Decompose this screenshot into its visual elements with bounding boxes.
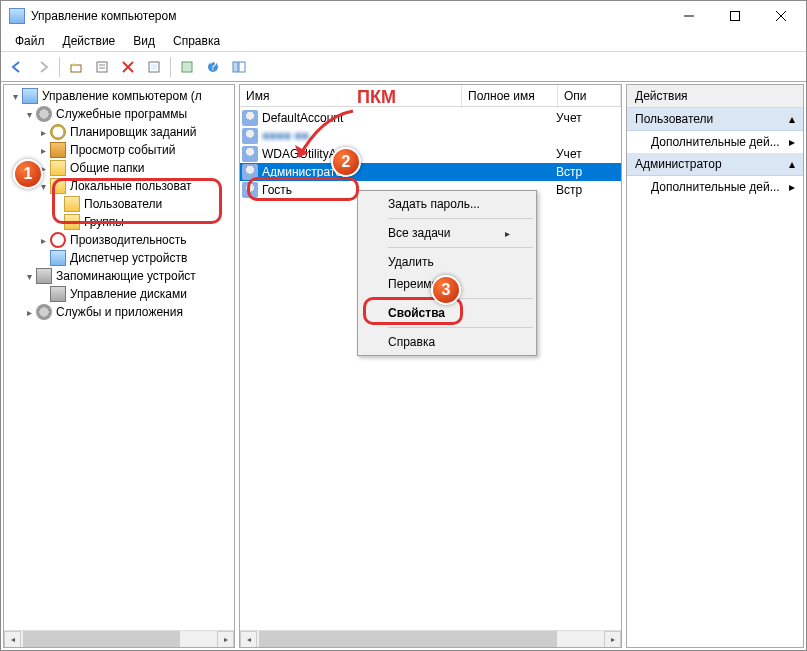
tree-label: Группы xyxy=(84,215,124,229)
tree-label: Производительность xyxy=(70,233,186,247)
folder-icon xyxy=(64,196,80,212)
collapse-icon[interactable]: ▾ xyxy=(22,271,36,282)
tree-services[interactable]: ▾Служебные программы xyxy=(4,105,234,123)
user-desc: Встр xyxy=(556,165,621,179)
title-bar: Управление компьютером xyxy=(1,1,806,31)
close-button[interactable] xyxy=(758,1,804,31)
user-icon xyxy=(242,110,258,126)
tree-root[interactable]: ▾Управление компьютером (л xyxy=(4,87,234,105)
annotation-rmb-label: ПКМ xyxy=(357,87,396,108)
menu-view[interactable]: Вид xyxy=(125,32,163,50)
chevron-right-icon: ▸ xyxy=(505,228,510,239)
window-title: Управление компьютером xyxy=(31,9,666,23)
ctx-help[interactable]: Справка xyxy=(360,331,534,353)
up-button[interactable] xyxy=(64,55,88,79)
tree-devmgr[interactable]: Диспетчер устройств xyxy=(4,249,234,267)
tree-eventviewer[interactable]: ▸Просмотр событий xyxy=(4,141,234,159)
minimize-button[interactable] xyxy=(666,1,712,31)
col-fullname[interactable]: Полное имя xyxy=(462,85,558,106)
collapse-icon[interactable]: ▾ xyxy=(8,91,22,102)
tree-performance[interactable]: ▸Производительность xyxy=(4,231,234,249)
actions-header: Действия xyxy=(627,85,803,108)
menu-action[interactable]: Действие xyxy=(55,32,124,50)
ctx-set-password[interactable]: Задать пароль... xyxy=(360,193,534,215)
ctx-delete[interactable]: Удалить xyxy=(360,251,534,273)
scroll-left-icon[interactable]: ◂ xyxy=(240,631,257,648)
device-icon xyxy=(50,250,66,266)
users-folder-icon xyxy=(50,178,66,194)
tree-label: Службы и приложения xyxy=(56,305,183,319)
eventlog-icon xyxy=(50,142,66,158)
tree-label: Локальные пользоват xyxy=(70,179,192,193)
export-button[interactable] xyxy=(142,55,166,79)
expand-icon[interactable]: ▸ xyxy=(36,235,50,246)
tree-groups[interactable]: Группы xyxy=(4,213,234,231)
svg-rect-11 xyxy=(151,64,157,70)
user-desc: Встр xyxy=(556,183,621,197)
tree-diskmgmt[interactable]: Управление дисками xyxy=(4,285,234,303)
tree-label: Планировщик заданий xyxy=(70,125,196,139)
user-desc: Учет xyxy=(556,111,621,125)
ctx-all-tasks[interactable]: Все задачи▸ xyxy=(360,222,534,244)
computer-icon xyxy=(22,88,38,104)
svg-rect-1 xyxy=(731,12,740,21)
delete-button[interactable] xyxy=(116,55,140,79)
expand-icon[interactable]: ▸ xyxy=(36,145,50,156)
app-icon xyxy=(9,8,25,24)
maximize-button[interactable] xyxy=(712,1,758,31)
back-button[interactable] xyxy=(5,55,29,79)
tools-icon xyxy=(36,106,52,122)
callout-3: 3 xyxy=(431,275,461,305)
svg-text:?: ? xyxy=(210,60,217,73)
tree-label: Запоминающие устройст xyxy=(56,269,196,283)
forward-button[interactable] xyxy=(31,55,55,79)
properties-button[interactable] xyxy=(90,55,114,79)
user-icon xyxy=(242,146,258,162)
scroll-right-icon[interactable]: ▸ xyxy=(604,631,621,648)
list-hscroll[interactable]: ◂ ▸ xyxy=(240,630,621,647)
tree-hscroll[interactable]: ◂ ▸ xyxy=(4,630,234,647)
collapse-icon[interactable]: ▾ xyxy=(22,109,36,120)
disk-icon xyxy=(50,286,66,302)
scroll-left-icon[interactable]: ◂ xyxy=(4,631,21,648)
tree-label: Служебные программы xyxy=(56,107,187,121)
toolbar: ? xyxy=(1,52,806,82)
actions-more-admin[interactable]: Дополнительные дей...▸ xyxy=(627,176,803,198)
scroll-right-icon[interactable]: ▸ xyxy=(217,631,234,648)
main-area: ▾Управление компьютером (л ▾Служебные пр… xyxy=(1,82,806,650)
expand-icon[interactable]: ▸ xyxy=(22,307,36,318)
col-name[interactable]: Имя xyxy=(240,85,462,106)
context-menu: Задать пароль... Все задачи▸ Удалить Пер… xyxy=(357,190,537,356)
tree-svcapps[interactable]: ▸Службы и приложения xyxy=(4,303,234,321)
expand-icon[interactable]: ▸ xyxy=(36,127,50,138)
toolbar-sep xyxy=(170,57,171,77)
actions-section-users[interactable]: Пользователи▴ xyxy=(627,108,803,131)
col-desc[interactable]: Опи xyxy=(558,85,621,106)
callout-1: 1 xyxy=(13,159,43,189)
tree-scheduler[interactable]: ▸Планировщик заданий xyxy=(4,123,234,141)
actions-section-admin[interactable]: Администратор▴ xyxy=(627,153,803,176)
tree-label: Общие папки xyxy=(70,161,144,175)
clock-icon xyxy=(50,124,66,140)
chevron-right-icon: ▸ xyxy=(789,180,795,194)
tree-label: Диспетчер устройств xyxy=(70,251,187,265)
show-hide-button[interactable] xyxy=(227,55,251,79)
chevron-right-icon: ▸ xyxy=(789,135,795,149)
menu-help[interactable]: Справка xyxy=(165,32,228,50)
tree-users[interactable]: Пользователи xyxy=(4,195,234,213)
perf-icon xyxy=(50,232,66,248)
menu-file[interactable]: Файл xyxy=(7,32,53,50)
help-toolbar-button[interactable]: ? xyxy=(201,55,225,79)
tree-storage[interactable]: ▾Запоминающие устройст xyxy=(4,267,234,285)
refresh-button[interactable] xyxy=(175,55,199,79)
folder-icon xyxy=(50,160,66,176)
ctx-separator xyxy=(388,247,533,248)
tree-label: Управление дисками xyxy=(70,287,187,301)
list-body[interactable]: DefaultAccount Учет ■■■■ ■■ WDAGUtilityA… xyxy=(240,107,621,630)
collapse-icon: ▴ xyxy=(789,112,795,126)
ctx-properties[interactable]: Свойства xyxy=(360,302,534,324)
actions-more-users[interactable]: Дополнительные дей...▸ xyxy=(627,131,803,153)
list-pane: Имя Полное имя Опи DefaultAccount Учет ■… xyxy=(239,84,622,648)
svg-rect-16 xyxy=(239,62,245,72)
toolbar-sep xyxy=(59,57,60,77)
